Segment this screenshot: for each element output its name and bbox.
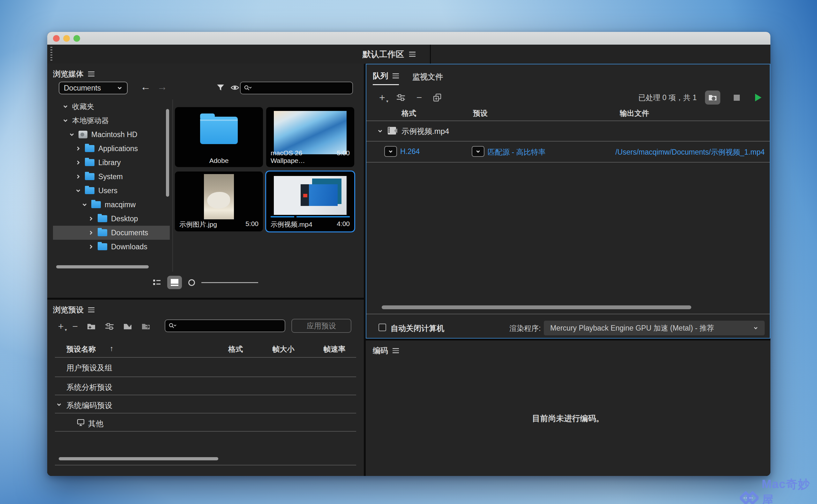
close-window-button[interactable] [53, 35, 60, 42]
media-item-wallpaper[interactable]: macOS 26 Wallpape… 5:00 [266, 107, 354, 167]
chevron-down-icon[interactable] [56, 402, 62, 407]
tree-item-desktop[interactable]: Desktop [53, 212, 170, 226]
tree-item-favorites[interactable]: 收藏夹 [53, 99, 170, 113]
workspace-menu-icon[interactable] [409, 52, 416, 57]
eye-icon[interactable] [231, 84, 239, 91]
chevron-down-icon[interactable] [63, 104, 68, 109]
tab-watch-folders[interactable]: 监视文件 [412, 72, 443, 85]
chevron-down-icon[interactable] [63, 118, 68, 123]
thumbnail-view-button[interactable] [167, 276, 182, 289]
duplicate-icon[interactable] [433, 93, 442, 102]
preset-group-user[interactable]: 用户预设及组 [47, 358, 364, 376]
tree-item-label: Desktop [111, 215, 138, 223]
queue-output-row[interactable]: H.264 匹配源 - 高比特率 /Users/macqimw/Document… [366, 142, 770, 162]
remove-preset-button[interactable] [72, 322, 78, 331]
format-dropdown-button[interactable] [384, 146, 397, 157]
sort-ascending-icon[interactable] [110, 344, 114, 353]
filter-icon[interactable] [217, 84, 225, 92]
media-item-sample-video[interactable]: 示例视频.mp4 4:00 [266, 172, 354, 231]
preset-group-other[interactable]: 其他 [47, 414, 364, 432]
queue-source-row[interactable]: 示例视频.mp4 [366, 121, 770, 141]
chevron-right-icon[interactable] [88, 230, 94, 236]
start-queue-button[interactable] [755, 94, 762, 101]
preset-link[interactable]: 匹配源 - 高比特率 [488, 147, 545, 157]
folder-icon [91, 201, 101, 208]
video-clip-icon [387, 126, 398, 136]
chevron-down-icon [117, 85, 122, 91]
preset-settings-icon[interactable] [105, 322, 114, 331]
output-file-link[interactable]: /Users/macqimw/Documents/示例视频_1.mp4 [615, 147, 765, 157]
media-search-input[interactable] [240, 82, 353, 94]
tree-item-documents[interactable]: Documents [53, 226, 170, 240]
tree-item-macqimw[interactable]: macqimw [53, 198, 170, 212]
preset-group-analysis[interactable]: 系统分析预设 [47, 378, 364, 396]
tree-horizontal-scrollbar[interactable] [56, 265, 149, 268]
auto-shutdown-checkbox[interactable] [379, 324, 386, 331]
column-frame-rate[interactable]: 帧速率 [317, 344, 352, 354]
preset-horizontal-scrollbar[interactable] [59, 457, 218, 460]
back-button[interactable] [140, 81, 151, 93]
panel-menu-icon[interactable] [88, 307, 94, 312]
minimize-window-button[interactable] [63, 35, 70, 42]
chevron-right-icon[interactable] [75, 174, 81, 179]
renderer-dropdown[interactable]: Mercury Playback Engine GPU 加速 (Metal) -… [544, 321, 765, 335]
media-item-adobe-folder[interactable]: Adobe [175, 107, 263, 167]
watermark: Mac奇妙屋 MacQimw Technology Studio [740, 476, 817, 504]
view-controls [47, 275, 364, 289]
watch-folder-settings-button[interactable] [705, 91, 720, 105]
zoom-window-button[interactable] [73, 35, 80, 42]
preset-dropdown-button[interactable] [472, 146, 484, 157]
list-view-icon[interactable] [153, 279, 161, 286]
column-frame-size[interactable]: 帧大小 [266, 344, 301, 354]
tree-item-macintosh-hd[interactable]: Macintosh HD [53, 128, 170, 142]
preset-group-system-encoding[interactable]: 系统编码预设 [47, 396, 364, 414]
column-format[interactable]: 格式 [220, 344, 252, 354]
folder-gear-icon [708, 93, 718, 102]
remove-item-button[interactable] [416, 93, 422, 102]
chevron-down-icon[interactable] [377, 128, 383, 134]
tab-queue[interactable]: 队列 [373, 71, 399, 85]
chevron-right-icon[interactable] [88, 216, 94, 222]
chevron-right-icon[interactable] [88, 244, 94, 250]
tree-item-library[interactable]: Library [53, 156, 170, 170]
media-thumbnail-grid: Adobe macOS 26 Wallpape… 5:00 示例图片.jpg [175, 107, 358, 231]
add-preset-button[interactable] [58, 322, 64, 331]
queue-horizontal-scrollbar[interactable] [382, 305, 691, 309]
preset-search-input[interactable] [165, 319, 285, 332]
chevron-down-icon[interactable] [75, 188, 81, 194]
column-preset-name[interactable]: 预设名称 [66, 344, 96, 354]
tree-item-applications[interactable]: Applications [53, 142, 170, 156]
tree-item-users[interactable]: Users [53, 184, 170, 198]
video-trim-bar[interactable] [271, 216, 350, 217]
add-output-icon[interactable] [396, 93, 406, 102]
encoding-panel: 编码 目前尚未进行编码。 [366, 340, 770, 476]
preset-group-label: 用户预设及组 [66, 363, 112, 373]
chevron-down-icon[interactable] [82, 202, 87, 208]
location-dropdown[interactable]: Documents [59, 82, 128, 94]
stop-queue-button[interactable] [734, 95, 740, 101]
zoom-slider-knob[interactable] [188, 279, 195, 286]
chevron-down-icon[interactable] [69, 132, 75, 137]
media-item-duration: 4:00 [337, 220, 350, 229]
chevron-right-icon[interactable] [75, 146, 81, 151]
tree-item-system[interactable]: System [53, 170, 170, 184]
tree-item-downloads[interactable]: Downloads [53, 240, 170, 254]
panel-menu-icon[interactable] [88, 71, 94, 77]
media-item-sample-image[interactable]: 示例图片.jpg 5:00 [175, 172, 263, 231]
import-preset-icon[interactable] [123, 322, 132, 331]
apply-preset-button[interactable]: 应用预设 [291, 319, 351, 333]
window-titlebar[interactable] [47, 32, 770, 45]
tree-item-local-drives[interactable]: 本地驱动器 [53, 113, 170, 128]
preset-group-label: 系统编码预设 [66, 400, 112, 411]
queue-status-text: 已处理 0 项，共 1 [638, 93, 697, 103]
format-link[interactable]: H.264 [400, 147, 420, 156]
export-preset-icon[interactable] [141, 322, 151, 331]
new-preset-group-icon[interactable] [86, 322, 96, 331]
chevron-right-icon[interactable] [75, 160, 81, 165]
tree-vertical-scrollbar[interactable] [166, 109, 169, 197]
forward-button[interactable] [157, 81, 167, 93]
add-source-button[interactable] [379, 92, 385, 103]
panel-menu-icon[interactable] [393, 73, 399, 78]
panel-menu-icon[interactable] [393, 348, 399, 353]
media-encoder-window: 默认工作区 浏览媒体 Documents [47, 32, 770, 476]
